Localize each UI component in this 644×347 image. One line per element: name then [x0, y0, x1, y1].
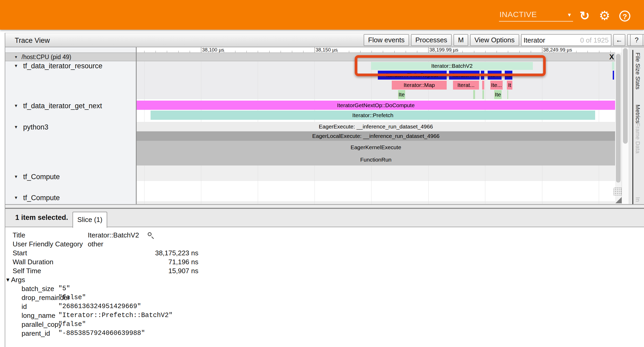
ruler-minor-tick — [383, 51, 383, 53]
trace-event-slice[interactable] — [612, 62, 614, 70]
outer-vertical-scrollbar[interactable] — [622, 47, 629, 208]
ruler-minor-tick — [485, 51, 486, 53]
ruler-minor-tick — [337, 51, 338, 53]
ruler-minor-tick — [394, 51, 395, 53]
ruler-minor-tick — [565, 51, 565, 53]
trace-event-iterator-prefetch[interactable]: Iterator::Prefetch — [151, 111, 595, 120]
ruler-minor-tick — [576, 51, 576, 53]
ruler-minor-tick — [144, 51, 145, 53]
arg-value: "-8853857924060639988" — [58, 329, 145, 338]
slice-details-panel: 1 item selected. Slice (1) TitleIterator… — [5, 209, 644, 347]
panel-divider[interactable] — [136, 47, 137, 204]
trace-event-slice[interactable] — [613, 71, 614, 80]
gear-icon[interactable]: ⚙ — [598, 9, 611, 23]
toolbar-button-m[interactable]: M — [454, 34, 468, 46]
prev-match-button[interactable]: ← — [613, 34, 625, 46]
chevron-down-icon: ▼ — [567, 12, 572, 18]
panel-separator[interactable] — [5, 205, 644, 208]
sidebar-track-tf-data-iterator-resource[interactable]: ▼tf_data_iterator_resource — [5, 61, 137, 71]
collapse-triangle-icon[interactable]: ▼ — [14, 172, 18, 182]
sidebar-track-python3[interactable]: ▼python3 — [5, 122, 137, 132]
trace-event-functionrun[interactable]: FunctionRun — [137, 154, 615, 165]
detail-row-user-friendly-category: User Friendly Categoryother — [5, 240, 215, 248]
toolbar-help-button[interactable]: ? — [630, 34, 643, 46]
trace-event-eagerlocalexecute-inference-run-dataset-4966[interactable]: EagerLocalExecute: __inference_run_datas… — [137, 131, 615, 141]
arg-row-parallel-copy: parallel_copy"false" — [5, 320, 215, 329]
magnifier-icon[interactable] — [148, 232, 152, 236]
tab-slice[interactable]: Slice (1) — [73, 212, 107, 228]
arg-key: batch_size — [22, 284, 54, 293]
sidebar-tab-metrics[interactable]: Metrics — [634, 105, 641, 123]
toolbar-button-processes[interactable]: Processes — [411, 34, 452, 46]
ruler-major-tick — [428, 47, 429, 53]
trace-canvas[interactable]: Iterator::BatchV2Iterator::FiniteRepeatI… — [137, 61, 615, 204]
run-selector-dropdown[interactable]: INACTIVE ▼ — [499, 9, 573, 22]
arg-key: parent_id — [22, 329, 50, 338]
detail-key: User Friendly Category — [13, 240, 83, 248]
detail-value: other — [88, 240, 103, 248]
sidebar-track-tf-compute[interactable]: ▼tf_Compute — [5, 172, 137, 182]
toolbar-button-flow-events[interactable]: Flow events — [364, 34, 409, 46]
refresh-icon[interactable]: ↻ — [578, 9, 591, 23]
toolbar-buttons: Flow eventsProcessesMView Options — [364, 34, 519, 46]
detail-key: Wall Duration — [13, 257, 53, 266]
trace-event-ite[interactable]: Ite — [398, 90, 405, 99]
sidebar-tab-in: In — [634, 197, 641, 202]
ruler-minor-tick — [224, 51, 224, 53]
trace-event-eagerexecute-inference-run-dataset-4966[interactable]: EagerExecute: __inference_run_dataset_49… — [137, 122, 615, 131]
track-label: tf_data_iterator_get_next — [23, 101, 102, 111]
ruler-minor-tick — [553, 51, 554, 53]
collapse-triangle-icon[interactable]: ▼ — [14, 193, 18, 203]
collapse-triangle-icon[interactable]: ▼ — [14, 61, 18, 71]
inner-vertical-scrollbar[interactable] — [615, 53, 622, 204]
sidebar-track-tf-data-iterator-get-next[interactable]: ▼tf_data_iterator_get_next — [5, 101, 137, 111]
toolbar-button-group: Flow eventsProcessesMView Options Iterat… — [364, 34, 644, 46]
ruler-minor-tick — [519, 51, 520, 53]
arg-value: "Iterator::Prefetch::BatchV2" — [58, 311, 173, 320]
search-value: Iterator — [524, 36, 545, 44]
collapse-triangle-icon[interactable]: ▼ — [14, 122, 18, 132]
sidebar-tab-file-size-stats[interactable]: File Size Stats — [634, 53, 641, 90]
collapse-triangle-icon[interactable]: ▼ — [5, 275, 11, 284]
scrollbar-thumb[interactable] — [616, 54, 621, 183]
trace-event-slice[interactable] — [482, 90, 484, 99]
track-background-band — [137, 201, 615, 204]
trace-event-ite[interactable]: Ite... — [490, 81, 503, 90]
sidebar-track-tf-compute[interactable]: ▼tf_Compute — [5, 193, 137, 203]
search-match-count: 0 of 1925 — [580, 36, 609, 44]
ruler-major-tick — [201, 47, 201, 53]
detail-key: Start — [13, 248, 27, 257]
toolbar-button-view-options[interactable]: View Options — [470, 34, 519, 46]
trace-event-eagerkernelexecute[interactable]: EagerKernelExecute — [137, 141, 615, 154]
detail-row-start: Start38,175,223 ns — [5, 248, 215, 257]
resize-corner-icon[interactable] — [615, 197, 622, 203]
profiler-trace-view-page: INACTIVE ▼ ↻ ⚙ ? Trace View Flow eventsP… — [0, 0, 644, 347]
trace-event-slice[interactable] — [507, 90, 508, 99]
tool-sidebar: File Size StatsMetricsFrame DataIn — [629, 47, 644, 208]
time-ruler[interactable]: 38,100 µs38,150 µs38,199.99 µs38,249.99 … — [137, 47, 615, 53]
trace-event-ite[interactable]: Ite — [494, 90, 502, 99]
trace-event-iterator-map[interactable]: Iterator::Map — [392, 81, 447, 90]
ruler-minor-tick — [326, 51, 326, 53]
trace-event-iterat[interactable]: Iterat... — [453, 81, 479, 90]
trace-event-it[interactable]: It — [507, 81, 512, 90]
search-input[interactable]: Iterator 0 of 1925 — [521, 34, 611, 46]
trace-event-slice[interactable] — [482, 81, 484, 90]
run-selector-value: INACTIVE — [499, 10, 537, 19]
ruler-minor-tick — [474, 51, 474, 53]
resize-grip[interactable] — [614, 188, 622, 195]
scrollbar-thumb[interactable] — [623, 48, 628, 144]
ruler-tick-label: 38,249.99 µs — [543, 47, 572, 53]
collapse-triangle-icon[interactable]: ▼ — [14, 101, 18, 111]
args-section-header[interactable]: ▼Args — [5, 275, 215, 284]
ruler-minor-tick — [451, 51, 451, 53]
ruler-minor-tick — [269, 51, 270, 53]
trace-event-iteratorgetnextop-docompute[interactable]: IteratorGetNextOp::DoCompute — [137, 101, 615, 110]
arg-value: "2686136324951429669" — [58, 302, 141, 311]
arg-row-id: id"2686136324951429669" — [5, 302, 215, 311]
help-icon[interactable]: ? — [619, 11, 630, 22]
arg-value: "false" — [58, 320, 86, 329]
trace-event-slice[interactable] — [473, 90, 475, 99]
ruler-minor-tick — [610, 51, 611, 53]
arg-key: long_name — [22, 311, 55, 320]
